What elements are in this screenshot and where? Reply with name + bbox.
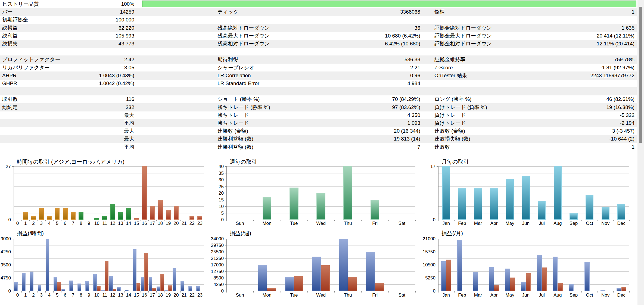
loss-bar-17 — [152, 288, 156, 291]
loss-bar-12 — [113, 289, 116, 291]
gridline — [438, 173, 629, 173]
profit-bar-Mar — [473, 272, 478, 291]
y-axis-tick — [225, 186, 226, 187]
y-axis-tick-label: 4750 — [0, 275, 11, 281]
table-row: リカバリファクター3.05シャープレシオ2.21Z-Score-1.81 (92… — [0, 64, 637, 72]
trades-bar-Wed — [316, 193, 325, 220]
table-row: 最大連勝数 (金額)20 (16 344)連敗数 (金額)3 (-3 457) — [0, 127, 637, 135]
profit-bar-15 — [133, 249, 136, 291]
y-axis-tick-label: 35 — [202, 171, 224, 176]
y-axis-tick-label: 15750 — [414, 249, 435, 255]
y-axis-tick-label: 21250 — [202, 256, 224, 261]
stat-value: 0.96 — [217, 71, 420, 80]
stat-value: -2 194 — [434, 119, 634, 127]
loss-bar-Apr — [494, 285, 499, 291]
stat-value: 100% — [2, 0, 134, 8]
gridline — [438, 278, 629, 278]
table-row: プロフィットファクター2.42期待利得536.38証拠金維持率759.78% — [0, 55, 637, 64]
gridline — [438, 271, 629, 272]
table-row: 総利益105 993残高最大ドローダウン10 680 (6.42%)証拠金最大ド… — [0, 32, 637, 40]
x-axis-category-label: 8 — [77, 221, 85, 226]
x-axis-category-label: Mar — [470, 292, 486, 298]
y-axis-tick — [225, 252, 226, 252]
y-axis-tick-label: 0 — [0, 217, 11, 223]
x-axis-category-label: 13 — [117, 292, 125, 298]
x-axis-category-label: 4 — [45, 221, 53, 226]
profit-bar-Aug — [553, 257, 558, 291]
y-axis-tick-label: 0 — [0, 288, 11, 294]
y-axis-tick — [437, 278, 438, 278]
stat-value: 70 (84.29%) — [217, 95, 420, 103]
stat-value: 3368068 — [217, 8, 420, 16]
x-axis-tick — [629, 291, 630, 292]
x-axis-category-label: Apr — [486, 292, 502, 298]
gridline — [438, 193, 629, 193]
x-axis-category-label: 1 — [21, 221, 29, 226]
trades-bar-Jul — [538, 201, 546, 220]
loss-bar-May — [510, 278, 515, 291]
x-axis-category-label: 16 — [141, 292, 148, 298]
trades-bar-10 — [94, 218, 99, 220]
scrollbar-thumb[interactable] — [639, 7, 642, 143]
vertical-scrollbar[interactable] — [637, 0, 644, 305]
gridline — [14, 186, 204, 187]
profit-bar-7 — [69, 281, 73, 291]
y-axis-tick — [225, 284, 226, 285]
trades-bar-22 — [189, 216, 194, 220]
x-axis-category-label: Apr — [486, 221, 502, 226]
y-axis-tick-label: 0 — [414, 217, 435, 223]
stat-value: 7 — [217, 143, 420, 151]
x-axis-category-label: Feb — [454, 221, 470, 226]
y-axis-line — [438, 239, 438, 292]
y-axis-tick-label: 40 — [202, 164, 224, 169]
x-axis-line — [437, 220, 629, 220]
trades-bar-3 — [39, 208, 44, 220]
loss-bar-15 — [136, 283, 140, 291]
trades-bar-Sep — [570, 213, 577, 220]
y-axis-tick — [12, 265, 14, 265]
y-axis-tick-label: 0 — [202, 288, 224, 294]
x-axis-category-label: 6 — [61, 292, 69, 298]
profit-bar-4 — [46, 239, 49, 291]
stat-value: 4 350 — [217, 111, 420, 119]
y-axis-tick-label: 25 — [202, 184, 224, 189]
loss-bar-5 — [57, 282, 61, 291]
profit-bar-May — [505, 269, 510, 291]
y-axis-line — [226, 166, 227, 221]
y-axis-tick — [225, 166, 226, 167]
stat-value: 2.42 — [2, 55, 134, 64]
x-axis-category-label: Sat — [388, 292, 415, 298]
x-axis-category-label: Oct — [581, 221, 598, 226]
stat-value: 平均 — [2, 119, 134, 127]
y-axis-tick — [437, 252, 438, 252]
trades-bar-16 — [142, 166, 147, 220]
y-axis-tick-label: 9500 — [0, 262, 11, 268]
y-axis-tick-label: 34000 — [202, 236, 224, 242]
gridline — [226, 180, 415, 180]
x-axis-category-label: Aug — [550, 292, 566, 298]
profit-bar-Jul — [537, 255, 542, 291]
profit-bar-Mon — [258, 265, 267, 291]
stat-value: 1.0042 (0.42%) — [2, 79, 134, 88]
x-axis-category-label: 9 — [85, 221, 93, 226]
gridline — [438, 180, 629, 180]
x-axis-category-label: 14 — [125, 292, 132, 298]
gridline — [438, 265, 629, 265]
gridline — [438, 213, 629, 213]
gridline — [438, 166, 629, 167]
y-axis-tick — [225, 258, 226, 259]
stat-value: 62 220 — [2, 24, 134, 32]
trades-bar-Jan — [442, 166, 450, 220]
history-quality-progress-bar — [142, 1, 636, 7]
stat-value: 536.38 — [217, 55, 420, 64]
x-axis-category-label: 18 — [156, 221, 164, 226]
profit-bar-2 — [30, 272, 33, 291]
stat-value: 2243.11598779772 — [434, 71, 634, 80]
y-axis-tick-label: 10 — [202, 204, 224, 209]
trades-bar-Thu — [343, 166, 352, 220]
profit-bar-20 — [173, 268, 176, 291]
stat-value: 759.78% — [434, 55, 634, 64]
profit-bar-18 — [157, 287, 160, 291]
profit-bar-12 — [109, 276, 113, 291]
trades-bar-8 — [79, 212, 83, 220]
